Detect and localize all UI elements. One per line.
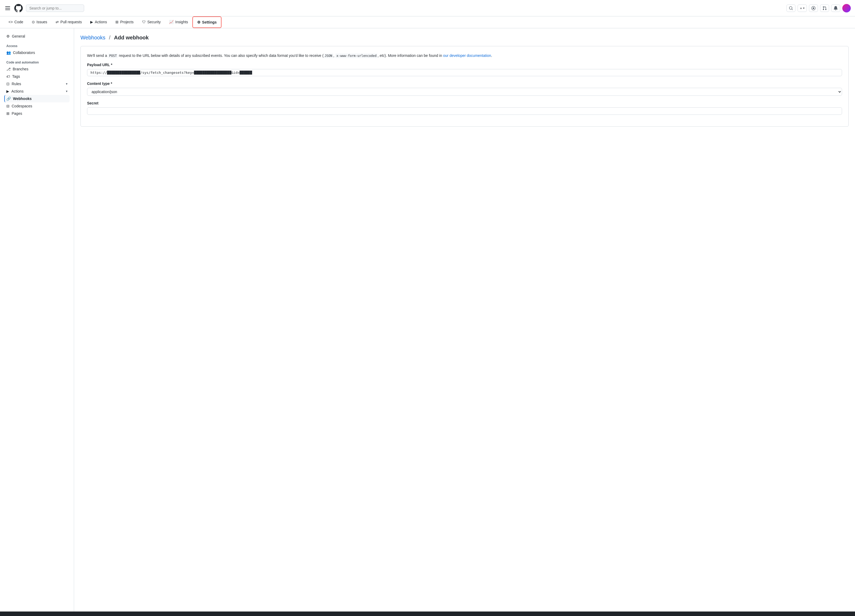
code-form: x-www-form-urlencoded — [335, 53, 378, 58]
secret-label: Secret — [87, 101, 842, 105]
avatar[interactable] — [842, 4, 851, 12]
payload-url-input[interactable] — [87, 69, 842, 76]
sidebar-item-pages[interactable]: ⊞ Pages — [4, 110, 70, 117]
payload-url-group: Payload URL * — [87, 63, 842, 76]
rules-icon: ⊡ — [6, 82, 9, 86]
automation-section-label: Code and automation — [4, 58, 70, 65]
payload-url-label: Payload URL * — [87, 63, 842, 67]
webhook-icon: 🔗 — [6, 96, 11, 101]
nav-item-settings[interactable]: ⚙ Settings — [192, 17, 222, 28]
chevron-down-icon: ▾ — [803, 7, 804, 9]
main-content: Webhooks / Add webhook We'll send a POST… — [74, 28, 855, 611]
content-type-select[interactable]: application/json application/x-www-form-… — [87, 88, 842, 96]
tag-icon: 🏷 — [6, 74, 10, 78]
sidebar: ⚙ General Access 👥 Collaborators Code an… — [0, 28, 74, 611]
sidebar-item-collaborators[interactable]: 👥 Collaborators — [4, 49, 70, 57]
github-logo-icon[interactable] — [14, 4, 23, 12]
nav-item-pull-requests[interactable]: ⇄ Pull requests — [51, 17, 86, 28]
codespaces-icon: ⊟ — [6, 104, 9, 108]
svg-point-1 — [813, 8, 814, 9]
nav-item-code[interactable]: <> Code — [4, 17, 28, 28]
code-post: POST — [108, 53, 118, 58]
search-input[interactable] — [26, 5, 84, 12]
hamburger-menu-button[interactable] — [4, 5, 11, 11]
actions-chevron-icon: ▾ — [66, 89, 67, 93]
sidebar-item-webhooks[interactable]: 🔗 Webhooks — [4, 95, 70, 102]
info-text: We'll send a POST request to the URL bel… — [87, 53, 842, 58]
sidebar-item-branches[interactable]: ⎇ Branches — [4, 65, 70, 73]
nav-item-projects[interactable]: ⊞ Projects — [111, 17, 138, 28]
pr-icon: ⇄ — [55, 20, 59, 24]
nav-item-issues[interactable]: ⊙ Issues — [28, 17, 51, 28]
copilot-button[interactable] — [809, 5, 818, 12]
breadcrumb-parent[interactable]: Webhooks — [80, 35, 105, 40]
breadcrumb-current: Add webhook — [114, 35, 149, 40]
sidebar-item-actions[interactable]: ▶ Actions ▾ — [4, 87, 70, 95]
content-type-label: Content type * — [87, 81, 842, 86]
general-gear-icon: ⚙ — [6, 34, 10, 38]
secret-input[interactable] — [87, 107, 842, 115]
sidebar-item-rules[interactable]: ⊡ Rules ▾ — [4, 80, 70, 87]
pull-requests-global-button[interactable] — [820, 5, 829, 12]
insights-icon: 📈 — [169, 20, 173, 24]
nav-item-insights[interactable]: 📈 Insights — [165, 17, 192, 28]
sidebar-item-general[interactable]: ⚙ General — [4, 32, 70, 40]
notifications-button[interactable] — [831, 5, 840, 12]
access-section-label: Access — [4, 42, 70, 49]
page-layout: ⚙ General Access 👥 Collaborators Code an… — [0, 28, 855, 611]
repo-nav: <> Code ⊙ Issues ⇄ Pull requests ▶ Actio… — [0, 17, 855, 28]
create-button[interactable]: + ▾ — [798, 5, 807, 12]
actions-icon: ▶ — [90, 20, 93, 24]
people-icon: 👥 — [6, 50, 11, 55]
content-type-group: Content type * application/json applicat… — [87, 81, 842, 96]
header: + ▾ — [0, 0, 855, 17]
code-icon: <> — [8, 20, 13, 24]
header-right: + ▾ — [786, 4, 851, 12]
webhook-form-box: We'll send a POST request to the URL bel… — [80, 46, 849, 127]
projects-icon: ⊞ — [115, 20, 118, 24]
plus-icon: + — [800, 6, 802, 10]
dev-docs-link[interactable]: our developer documentation — [443, 53, 491, 58]
settings-gear-icon: ⚙ — [197, 20, 201, 24]
sidebar-item-codespaces[interactable]: ⊟ Codespaces — [4, 102, 70, 110]
page-divider — [0, 611, 855, 616]
sidebar-item-tags[interactable]: 🏷 Tags — [4, 73, 70, 80]
nav-item-security[interactable]: 🛡 Security — [138, 17, 165, 28]
code-json: JSON — [323, 53, 333, 58]
nav-item-actions[interactable]: ▶ Actions — [86, 17, 111, 28]
secret-group: Secret — [87, 101, 842, 115]
branch-icon: ⎇ — [6, 67, 11, 71]
actions-sidebar-icon: ▶ — [6, 89, 9, 93]
security-icon: 🛡 — [142, 20, 146, 24]
pages-icon: ⊞ — [6, 112, 9, 116]
search-button[interactable] — [786, 5, 795, 12]
breadcrumb-separator: / — [109, 35, 110, 40]
header-left — [4, 4, 783, 12]
breadcrumb: Webhooks / Add webhook — [80, 35, 849, 41]
rules-chevron-icon: ▾ — [66, 82, 67, 86]
issues-icon: ⊙ — [32, 20, 35, 24]
